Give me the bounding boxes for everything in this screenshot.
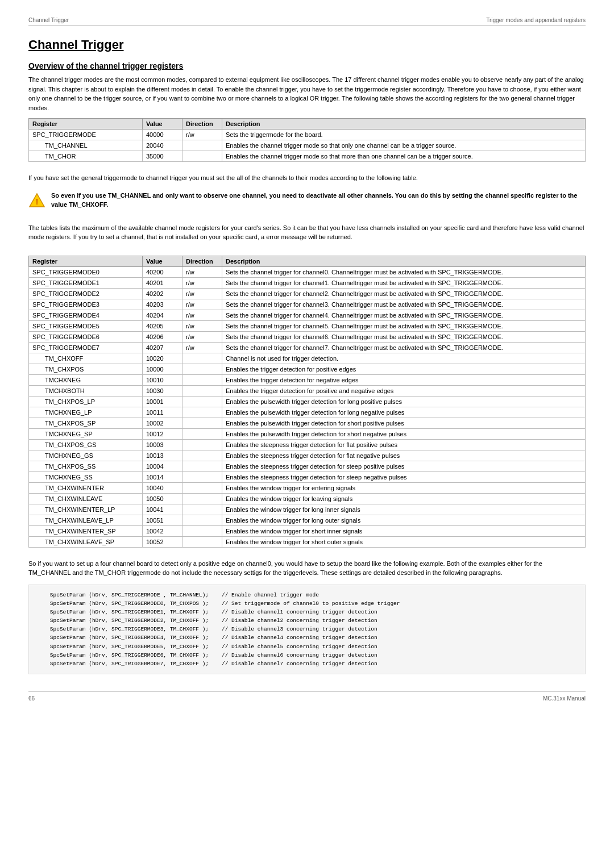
table1-header-description: Description: [222, 119, 586, 130]
table-row: TMCHXNEG_LP 10011 Enables the pulsewidth…: [29, 407, 586, 418]
table1-header-direction: Direction: [182, 119, 222, 130]
table-row: TM_CHANNEL 20040 Enables the channel tri…: [29, 140, 586, 151]
table2: Register Value Direction Description SPC…: [28, 256, 586, 548]
svg-text:!: !: [36, 197, 39, 206]
table-row: SPC_TRIGGERMODE1 40201 r/w Sets the chan…: [29, 277, 586, 288]
intro-paragraph: The channel trigger modes are the most c…: [28, 75, 586, 112]
table-row: TM_CHXPOS_SP 10002 Enables the pulsewidt…: [29, 418, 586, 428]
after-table-paragraph: So if you want to set up a four channel …: [28, 559, 586, 578]
table-row: TM_CHXPOS_GS 10003 Enables the steepness…: [29, 439, 586, 450]
table-row: SPC_TRIGGERMODE4 40204 r/w Sets the chan…: [29, 310, 586, 320]
table-row: TM_CHXPOS 10000 Enables the trigger dete…: [29, 364, 586, 374]
table-row: TMCHXNEG_SS 10014 Enables the steepness …: [29, 471, 586, 482]
page-title: Channel Trigger: [28, 37, 586, 52]
table2-header-register: Register: [29, 256, 143, 266]
warning-text: So even if you use TM_CHANNEL and only w…: [51, 191, 586, 210]
header-right: Trigger modes and appendant registers: [486, 17, 586, 23]
tables-paragraph: The tables lists the maximum of the avai…: [28, 223, 586, 242]
warning-box: ! So even if you use TM_CHANNEL and only…: [28, 191, 586, 215]
table-row: SPC_TRIGGERMODE5 40205 r/w Sets the chan…: [29, 320, 586, 331]
code-block: SpcSetParam (hDrv, SPC_TRIGGERMODE , TM_…: [28, 585, 586, 675]
warning-icon: !: [28, 192, 45, 209]
table-row: TM_CHXWINLEAVE_LP 10051 Enables the wind…: [29, 515, 586, 525]
table2-header-value: Value: [143, 256, 182, 266]
table-row: TM_CHOR 35000 Enables the channel trigge…: [29, 151, 586, 162]
table1-header-value: Value: [143, 119, 182, 130]
section-title: Overview of the channel trigger register…: [28, 61, 586, 70]
header-left: Channel Trigger: [28, 17, 69, 23]
table-row: TMCHXNEG 10010 Enables the trigger detec…: [29, 374, 586, 385]
table-row: TM_CHXWINLEAVE 10050 Enables the window …: [29, 493, 586, 504]
table-row: SPC_TRIGGERMODE 40000 r/w Sets the trigg…: [29, 130, 586, 140]
table-row: TM_CHXPOS_LP 10001 Enables the pulsewidt…: [29, 396, 586, 407]
footer-manual-name: MC.31xx Manual: [543, 695, 586, 702]
footer-page-number: 66: [28, 695, 35, 702]
table-row: SPC_TRIGGERMODE3 40203 r/w Sets the chan…: [29, 299, 586, 310]
table-row: TMCHXNEG_SP 10012 Enables the pulsewidth…: [29, 428, 586, 439]
table-row: TM_CHXWINENTER_SP 10042 Enables the wind…: [29, 525, 586, 536]
table-row: TM_CHXOFF 10020 Channel is not used for …: [29, 353, 586, 364]
table-row: TMCHXNEG_GS 10013 Enables the steepness …: [29, 450, 586, 461]
table-row: TM_CHXPOS_SS 10004 Enables the steepness…: [29, 461, 586, 471]
page-header: Channel Trigger Trigger modes and append…: [28, 17, 586, 26]
middle-paragraph: If you have set the general triggermode …: [28, 173, 586, 183]
table-row: SPC_TRIGGERMODE6 40206 r/w Sets the chan…: [29, 331, 586, 342]
page-footer: 66 MC.31xx Manual: [28, 691, 586, 702]
table1: Register Value Direction Description SPC…: [28, 118, 586, 162]
table-row: SPC_TRIGGERMODE0 40200 r/w Sets the chan…: [29, 266, 586, 277]
table-row: TMCHXBOTH 10030 Enables the trigger dete…: [29, 385, 586, 396]
table-row: TM_CHXWINENTER 10040 Enables the window …: [29, 482, 586, 493]
table2-header-description: Description: [222, 256, 586, 266]
table1-header-register: Register: [29, 119, 143, 130]
table-row: TM_CHXWINENTER_LP 10041 Enables the wind…: [29, 504, 586, 515]
table-row: TM_CHXWINLEAVE_SP 10052 Enables the wind…: [29, 536, 586, 547]
table-row: SPC_TRIGGERMODE2 40202 r/w Sets the chan…: [29, 288, 586, 299]
table-row: SPC_TRIGGERMODE7 40207 r/w Sets the chan…: [29, 342, 586, 353]
table2-header-direction: Direction: [182, 256, 222, 266]
